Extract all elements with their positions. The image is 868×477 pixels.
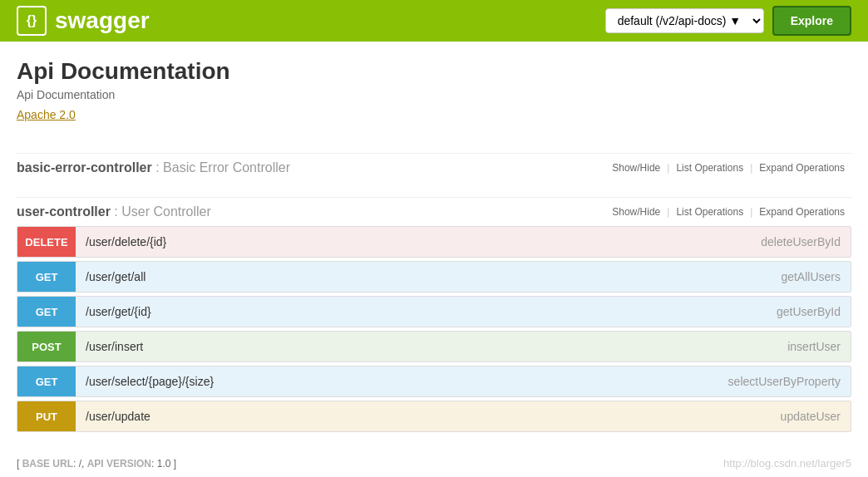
operation-name-get-select: selectUserByProperty: [718, 368, 851, 395]
page-title: Api Documentation: [17, 58, 851, 85]
footer-base-url-label: [ BASE URL: /, API VERSION: 1.0 ]: [17, 458, 176, 470]
header: {} swagger default (/v2/api-docs) ▼ Expl…: [0, 0, 868, 42]
method-badge-put: PUT: [17, 401, 76, 431]
footer-info: [ BASE URL: /, API VERSION: 1.0 ]: [17, 458, 176, 470]
controller-basic-error-header: basic-error-controller : Basic Error Con…: [17, 153, 851, 182]
controller-basic-error-id: basic-error-controller: [17, 160, 152, 175]
controller-basic-error-actions: Show/Hide | List Operations | Expand Ope…: [605, 162, 851, 174]
show-hide-link-basic-error[interactable]: Show/Hide: [605, 162, 667, 174]
method-badge-get-all: GET: [17, 262, 76, 292]
controller-basic-error: basic-error-controller : Basic Error Con…: [17, 153, 851, 182]
method-badge-post: POST: [17, 332, 76, 361]
controller-user-name: user-controller : User Controller: [17, 204, 211, 219]
operation-path-get-all: /user/get/all: [76, 263, 771, 290]
controller-user-actions: Show/Hide | List Operations | Expand Ope…: [605, 206, 851, 218]
method-badge-get-id: GET: [17, 297, 76, 327]
operation-path-delete-user: /user/delete/{id}: [76, 229, 751, 255]
controller-user-header: user-controller : User Controller Show/H…: [17, 197, 851, 226]
operation-path-get-select: /user/select/{page}/{size}: [76, 368, 718, 395]
operation-name-delete-user: deleteUserById: [751, 229, 851, 255]
explore-button[interactable]: Explore: [772, 6, 851, 36]
operation-get-all-users[interactable]: GET /user/get/all getAllUsers: [17, 261, 851, 293]
controller-user-id: user-controller: [17, 204, 111, 219]
operation-path-put-update: /user/update: [76, 403, 771, 430]
operation-name-get-id: getUserById: [767, 298, 851, 325]
list-operations-link-user[interactable]: List Operations: [669, 206, 750, 218]
operation-path-post-insert: /user/insert: [76, 333, 777, 360]
main-content: Api Documentation Api Documentation Apac…: [0, 42, 868, 444]
show-hide-link-user[interactable]: Show/Hide: [605, 206, 667, 218]
page-subtitle: Api Documentation: [17, 88, 851, 101]
list-operations-link-basic-error[interactable]: List Operations: [669, 162, 750, 174]
header-right: default (/v2/api-docs) ▼ Explore: [605, 6, 851, 36]
swagger-title: swagger: [55, 7, 150, 34]
operation-name-put-update: updateUser: [771, 403, 851, 430]
expand-operations-link-basic-error[interactable]: Expand Operations: [752, 162, 851, 174]
operation-name-post-insert: insertUser: [777, 333, 851, 360]
operation-path-get-id: /user/get/{id}: [76, 298, 767, 325]
controller-user: user-controller : User Controller Show/H…: [17, 197, 851, 432]
apache-license-link[interactable]: Apache 2.0: [17, 108, 76, 121]
operation-get-user-by-id[interactable]: GET /user/get/{id} getUserById: [17, 296, 851, 327]
header-left: {} swagger: [17, 6, 150, 36]
expand-operations-link-user[interactable]: Expand Operations: [752, 206, 851, 218]
api-url-select[interactable]: default (/v2/api-docs) ▼: [605, 8, 764, 33]
method-badge-get-select: GET: [17, 366, 76, 396]
footer: [ BASE URL: /, API VERSION: 1.0 ] http:/…: [0, 444, 868, 477]
operation-get-select-user[interactable]: GET /user/select/{page}/{size} selectUse…: [17, 366, 851, 397]
controller-basic-error-name: basic-error-controller : Basic Error Con…: [17, 160, 290, 175]
swagger-logo-icon: {}: [17, 6, 47, 36]
operation-put-update-user[interactable]: PUT /user/update updateUser: [17, 401, 851, 432]
operation-delete-user[interactable]: DELETE /user/delete/{id} deleteUserById: [17, 226, 851, 258]
operation-post-insert-user[interactable]: POST /user/insert insertUser: [17, 331, 851, 362]
method-badge-delete: DELETE: [17, 227, 76, 257]
footer-watermark: http://blog.csdn.net/larger5: [723, 457, 851, 470]
operation-name-get-all: getAllUsers: [771, 263, 851, 290]
